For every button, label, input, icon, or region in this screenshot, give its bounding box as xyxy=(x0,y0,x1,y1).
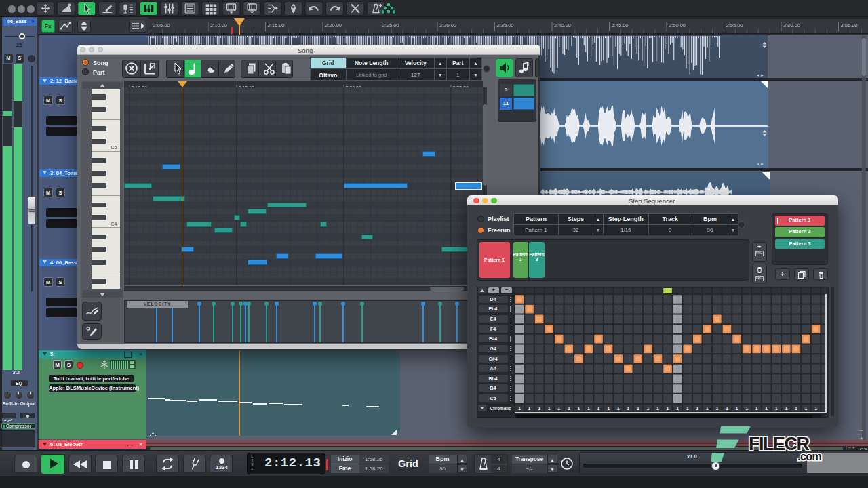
svg-text:1: 1 xyxy=(795,405,797,410)
svg-text:1: 1 xyxy=(715,405,718,410)
svg-text:1: 1 xyxy=(686,405,689,410)
svg-text:2:50.00: 2:50.00 xyxy=(669,22,686,28)
svg-text:1: 1 xyxy=(528,405,531,410)
svg-text:1: 1 xyxy=(765,405,768,410)
svg-text:1: 1 xyxy=(656,405,659,410)
svg-text:1: 1 xyxy=(538,405,540,410)
svg-text:1: 1 xyxy=(726,405,728,410)
svg-text:1: 1 xyxy=(814,405,817,410)
svg-text:2:25.00: 2:25.00 xyxy=(382,22,399,28)
svg-text:2:20.00: 2:20.00 xyxy=(325,22,342,28)
svg-text:2:40.00: 2:40.00 xyxy=(554,22,571,28)
svg-text:2:30.00: 2:30.00 xyxy=(439,22,456,28)
svg-text:1: 1 xyxy=(607,405,610,410)
svg-text:1: 1 xyxy=(775,405,778,410)
svg-text:1: 1 xyxy=(627,405,629,410)
svg-text:1: 1 xyxy=(548,405,551,410)
svg-text:1: 1 xyxy=(696,405,698,410)
svg-text:1: 1 xyxy=(676,405,679,410)
svg-text:1: 1 xyxy=(706,405,709,410)
svg-text:2:10.00: 2:10.00 xyxy=(210,22,227,28)
svg-text:3:05.00: 3:05.00 xyxy=(841,22,858,28)
svg-text:1: 1 xyxy=(755,405,758,410)
svg-text:1: 1 xyxy=(646,405,649,410)
svg-text:1: 1 xyxy=(667,405,669,410)
svg-text:1: 1 xyxy=(597,405,600,410)
svg-text:1: 1 xyxy=(805,405,808,410)
svg-text:2:55.00: 2:55.00 xyxy=(726,22,743,28)
svg-text:1: 1 xyxy=(587,405,590,410)
svg-text:3:00.00: 3:00.00 xyxy=(783,22,800,28)
svg-text:2:35.00: 2:35.00 xyxy=(497,22,514,28)
svg-text:2:15.00: 2:15.00 xyxy=(268,22,285,28)
svg-text:1: 1 xyxy=(557,405,560,410)
svg-text:1: 1 xyxy=(745,405,748,410)
svg-text:1: 1 xyxy=(518,405,521,410)
svg-text:1: 1 xyxy=(568,405,570,410)
svg-text:1: 1 xyxy=(736,405,738,410)
svg-text:.com: .com xyxy=(797,451,822,462)
svg-text:1: 1 xyxy=(785,405,787,410)
svg-text:2:05.00: 2:05.00 xyxy=(153,22,170,28)
svg-text:1: 1 xyxy=(577,405,580,410)
svg-text:1: 1 xyxy=(617,405,620,410)
svg-text:1: 1 xyxy=(637,405,639,410)
svg-text:2:45.00: 2:45.00 xyxy=(612,22,629,28)
